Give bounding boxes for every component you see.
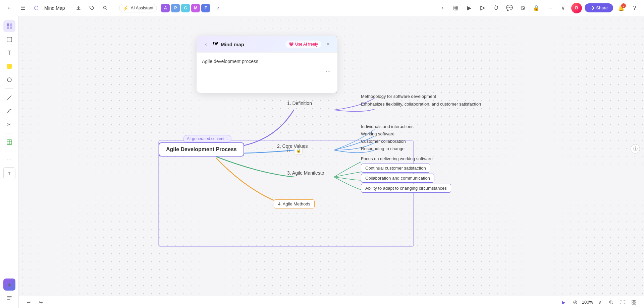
sidebar-sep3: [5, 151, 13, 151]
use-ai-button[interactable]: 💗 Use AI freely: [285, 41, 321, 48]
present-button[interactable]: [477, 3, 488, 13]
tab-pill-4[interactable]: M: [191, 4, 200, 12]
use-ai-label: Use AI freely: [295, 42, 318, 47]
undo-button[interactable]: ↩: [24, 298, 34, 307]
help-button[interactable]: ?: [629, 3, 640, 13]
sidebar-apps-icon[interactable]: [3, 20, 15, 32]
tab-pill-2[interactable]: P: [171, 4, 180, 12]
sidebar-pen-icon[interactable]: [3, 91, 15, 104]
redo-button[interactable]: ↪: [36, 298, 46, 307]
ai-icon: ⚡: [123, 5, 128, 11]
top-toolbar: ← ☰ ⬡ Mind Map ⚡ AI Assistant A P C M F …: [0, 0, 644, 16]
branch2-text: 2. Core Values: [277, 143, 308, 149]
panel-back-button[interactable]: ‹: [202, 40, 210, 48]
timer-button[interactable]: ⏱: [491, 3, 501, 13]
sidebar-plugin-icon[interactable]: ◈: [3, 279, 15, 291]
down-arrow-button[interactable]: ∨: [558, 3, 569, 13]
sidebar-text2-icon[interactable]: T: [3, 167, 15, 179]
ai-assistant-label: AI Assistant: [130, 5, 153, 10]
sidebar-sticky-icon[interactable]: [3, 60, 15, 72]
tab-pill-1[interactable]: A: [161, 4, 170, 12]
zoom-in-button[interactable]: [606, 298, 616, 307]
svg-rect-4: [10, 23, 12, 26]
sidebar-frame-icon[interactable]: [3, 34, 15, 46]
run-button[interactable]: ▶: [559, 298, 569, 307]
download-button[interactable]: [73, 3, 84, 13]
zoom-fit-button[interactable]: [571, 298, 580, 307]
branch4-text: 4. Agile Methods: [278, 201, 310, 206]
branch3-child3[interactable]: Collaboration and communication: [361, 174, 434, 183]
add-frame-button[interactable]: [450, 3, 461, 13]
comment-button[interactable]: 💬: [504, 3, 515, 13]
mindmap-container: Agile Development Process AI-generated c…: [86, 33, 610, 289]
app-icon-button[interactable]: ⬡: [31, 3, 42, 13]
branch2-child4-text: Responding to change: [361, 146, 405, 151]
back-button[interactable]: ←: [4, 3, 15, 13]
ai-input-text: Agile development process: [202, 58, 332, 65]
tab-pill-3[interactable]: C: [181, 4, 190, 12]
more-options-button[interactable]: ⋯: [544, 3, 555, 13]
sidebar-text-icon[interactable]: T: [3, 47, 15, 59]
branch2-child1: Individuals and interactions: [361, 124, 414, 129]
notification-button[interactable]: 🔔 2: [616, 3, 627, 13]
branch3-child2[interactable]: Continual customer satisfaction: [361, 164, 430, 173]
ai-panel-dots: ...: [202, 65, 332, 75]
divider1: [69, 4, 69, 12]
share-label: Share: [596, 5, 608, 10]
sidebar-bottom-icon[interactable]: [3, 292, 15, 304]
expand-right-button[interactable]: ›: [437, 3, 448, 13]
branch2-child3: Customer collaboration: [361, 139, 406, 144]
sidebar-scissors-icon[interactable]: ✂: [3, 118, 15, 130]
app-title: Mind Map: [44, 5, 65, 11]
branch2-child2: Working software: [361, 131, 394, 136]
ai-assistant-button[interactable]: ⚡ AI Assistant: [119, 4, 157, 12]
fullscreen-button[interactable]: ⛶: [618, 298, 627, 307]
history-button[interactable]: [518, 3, 528, 13]
zoom-label[interactable]: 100%: [582, 300, 593, 305]
svg-rect-19: [632, 303, 634, 304]
root-label: Agile Development Process: [166, 146, 237, 152]
branch1-child2: Emphasizes flexibility, collaboration, a…: [361, 102, 481, 107]
canvas-info-icon[interactable]: ⓘ: [631, 144, 640, 153]
play-button[interactable]: ▶: [464, 3, 475, 13]
svg-point-9: [7, 78, 11, 82]
branch3-child4[interactable]: Ability to adapt to changing circumstanc…: [361, 184, 451, 193]
sidebar-table-icon[interactable]: [3, 136, 15, 148]
branch3-child1-text: Focus on delivering working software: [361, 156, 433, 161]
ai-panel-header: ‹ 🗺 Mind map 💗 Use AI freely ×: [197, 36, 337, 53]
notification-badge: 2: [621, 3, 626, 8]
root-node[interactable]: Agile Development Process: [159, 142, 244, 157]
branch1-label[interactable]: 1. Definition: [287, 101, 312, 106]
divider2: [115, 4, 115, 12]
grid-button[interactable]: [629, 298, 639, 307]
tab-pill-5[interactable]: F: [201, 4, 210, 12]
ai-panel-body: Agile development process ...: [197, 53, 337, 93]
menu-button[interactable]: ☰: [17, 3, 28, 13]
svg-rect-7: [7, 37, 12, 42]
sidebar-shapes-icon[interactable]: [3, 74, 15, 86]
sidebar-highlighter-icon[interactable]: [3, 105, 15, 117]
branch4-label[interactable]: 4. Agile Methods: [274, 199, 315, 208]
branch3-child3-text: Collaboration and communication: [365, 176, 430, 181]
branch2-label[interactable]: 2. Core Values: [277, 143, 308, 149]
branch2-child4: Responding to change: [361, 146, 405, 151]
panel-close-button[interactable]: ×: [324, 40, 332, 48]
svg-rect-5: [7, 26, 9, 29]
branch3-label[interactable]: 3. Agile Manifesto: [287, 170, 324, 176]
lock-button[interactable]: 🔒: [531, 3, 542, 13]
zoom-dropdown-button[interactable]: ∨: [595, 298, 604, 307]
svg-point-0: [104, 6, 106, 9]
collapse-tabs-button[interactable]: ‹: [213, 3, 223, 13]
branch3-child1: Focus on delivering working software: [361, 156, 433, 161]
avatar[interactable]: B: [571, 3, 582, 13]
tab-pills: A P C M F: [161, 4, 210, 12]
svg-rect-6: [10, 26, 12, 29]
search-button[interactable]: [100, 3, 111, 13]
ai-panel: ‹ 🗺 Mind map 💗 Use AI freely × Agile dev…: [197, 36, 337, 93]
sidebar-more-icon[interactable]: ···: [3, 154, 15, 166]
share-button[interactable]: Share: [585, 3, 613, 12]
canvas[interactable]: ‹ 🗺 Mind map 💗 Use AI freely × Agile dev…: [19, 16, 644, 296]
svg-rect-20: [634, 303, 636, 304]
tag-button[interactable]: [87, 3, 97, 13]
panel-title: Mind map: [221, 42, 283, 47]
